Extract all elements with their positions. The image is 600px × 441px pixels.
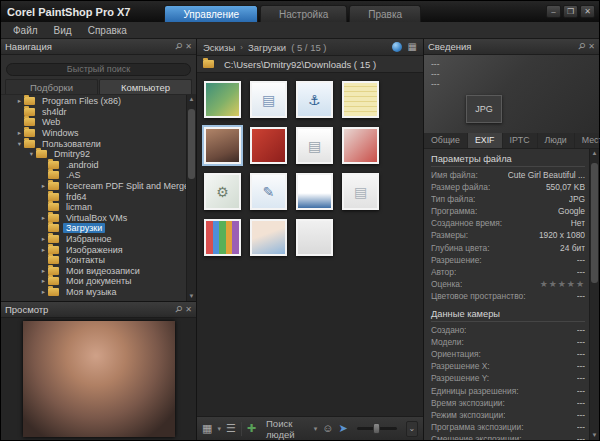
tree-item[interactable]: ▸ Изображения [1,244,196,255]
scroll-up-icon[interactable]: ▲ [590,149,599,158]
info-tab[interactable]: EXIF [468,133,503,148]
tree-item[interactable]: ▸ Мои видеозаписи [1,266,196,277]
zoom-slider-handle[interactable] [373,423,380,434]
tree-item[interactable]: Контакты [1,255,196,266]
find-people-icon[interactable]: ☺ [322,423,333,434]
tree-item[interactable]: ▾ Dmitry92 [1,149,196,160]
menu-item[interactable]: Справка [80,24,135,37]
workspace-tab[interactable]: Настройка [260,5,347,22]
maximize-button[interactable]: ❒ [563,5,578,18]
minimize-button[interactable]: – [546,5,561,18]
share-icon[interactable]: ➤ [338,423,347,434]
pin-icon[interactable]: ⚲ [575,41,586,52]
expand-arrow-icon[interactable]: ▸ [39,182,48,190]
expand-arrow-icon[interactable]: ▸ [39,246,48,254]
pin-icon[interactable]: ⚲ [172,41,183,52]
scrollbar-thumb[interactable] [591,163,598,283]
list-view-icon[interactable]: ☰ [226,423,236,434]
expand-arrow-icon[interactable]: ▸ [15,129,24,137]
tree-item[interactable]: licman [1,202,196,213]
scrollbar-thumb[interactable] [188,109,195,179]
menu-item[interactable]: Вид [46,24,80,37]
navigation-tab[interactable]: Подборки [5,79,98,94]
tree-item[interactable]: sh4ldr [1,107,196,118]
info-tab[interactable]: Общие [424,133,468,148]
sync-icon[interactable] [392,42,402,52]
quick-search-input[interactable] [6,63,191,76]
scroll-down-icon[interactable]: ▼ [187,292,196,301]
tree-item[interactable]: ▸ Избранное [1,234,196,245]
close-button[interactable]: ✕ [580,5,595,18]
tree-item[interactable]: Web [1,117,196,128]
expand-arrow-icon[interactable]: ▸ [39,214,48,222]
menu-bar: ФайлВидСправка [1,22,599,39]
thumbnail[interactable] [204,127,241,164]
info-row-label: Размеры: [431,229,468,241]
thumbnail-view-icon[interactable]: ▦ [202,423,212,434]
info-tab[interactable]: IPTC [503,133,538,148]
app-title: Corel PaintShop Pro X7 [7,6,130,18]
thumbnail[interactable]: ⚙ [204,173,241,210]
preview-body [1,318,196,440]
info-tab[interactable]: Места [575,133,600,148]
tree-scrollbar[interactable]: ▲ ▼ [186,95,196,301]
thumbnail[interactable] [342,81,379,118]
tree-item[interactable]: ▸ Program Files (x86) [1,96,196,107]
thumbnail[interactable] [250,127,287,164]
expand-arrow-icon[interactable]: ▸ [15,97,24,105]
expand-arrow-icon[interactable]: ▸ [39,235,48,243]
tree-item[interactable]: Загрузки [1,223,196,234]
tree-item[interactable]: ▸ Windows [1,128,196,139]
scroll-up-icon[interactable]: ▲ [187,95,196,104]
close-icon[interactable]: ✕ [185,43,192,51]
thumbnail[interactable]: ▤ [342,173,379,210]
expand-arrow-icon[interactable]: ▸ [39,288,48,296]
info-tab[interactable]: Люди [538,133,575,148]
tree-item[interactable]: ▸ VirtualBox VMs [1,213,196,224]
chevron-down-icon[interactable]: ▾ [217,425,221,433]
scroll-down-icon[interactable]: ▼ [590,431,599,440]
tree-item[interactable]: ▾ Пользователи [1,138,196,149]
info-row-value: --- [577,336,585,348]
tree-item[interactable]: ▸ Мои документы [1,276,196,287]
collapse-tray-icon[interactable]: ⌄ [406,421,418,437]
thumbnail[interactable] [204,219,241,256]
tree-item[interactable]: frd64 [1,191,196,202]
info-scrollbar[interactable]: ▲ ▼ [589,149,599,440]
chevron-down-icon[interactable]: ▾ [314,425,318,433]
window-controls: – ❒ ✕ [546,5,595,18]
tree-item[interactable]: ▸ Icecream PDF Split and Merge [1,181,196,192]
thumbnail[interactable] [250,219,287,256]
breadcrumb-root[interactable]: Эскизы [203,42,235,53]
people-search-label[interactable]: Поиск людей [266,418,309,440]
tree-item[interactable]: ▸ Моя музыка [1,287,196,298]
thumbnail[interactable] [296,219,333,256]
thumbnail[interactable] [204,81,241,118]
expand-arrow-icon[interactable]: ▸ [39,267,48,275]
tree-item[interactable]: .AS [1,170,196,181]
thumbnail[interactable]: ⚓ [296,81,333,118]
tree-item-label: Windows [39,128,82,138]
expand-arrow-icon[interactable]: ▸ [39,277,48,285]
navigation-tab[interactable]: Компьютер [99,79,192,94]
close-icon[interactable]: ✕ [588,43,595,51]
thumbnail[interactable] [296,173,333,210]
thumbnail[interactable]: ▤ [250,81,287,118]
workspace-tab[interactable]: Управление [164,5,258,22]
tag-icon[interactable]: ✚ [247,423,256,434]
thumbnail[interactable]: ✎ [250,173,287,210]
pin-icon[interactable]: ⚲ [172,304,183,315]
expand-arrow-icon[interactable]: ▾ [15,140,24,148]
folder-icon [48,214,59,222]
thumbnail[interactable] [342,127,379,164]
info-row-label: Цветовое пространство: [431,290,526,302]
thumbnail[interactable]: ▤ [296,127,333,164]
close-icon[interactable]: ✕ [185,306,192,314]
menu-item[interactable]: Файл [5,24,46,37]
tree-item[interactable]: .android [1,160,196,171]
expand-arrow-icon[interactable]: ▾ [27,150,36,158]
zoom-slider[interactable] [357,427,397,430]
breadcrumb-current[interactable]: Загрузки [248,42,286,53]
workspace-tab[interactable]: Правка [349,5,421,22]
view-options-icon[interactable]: ▦ [408,42,417,52]
